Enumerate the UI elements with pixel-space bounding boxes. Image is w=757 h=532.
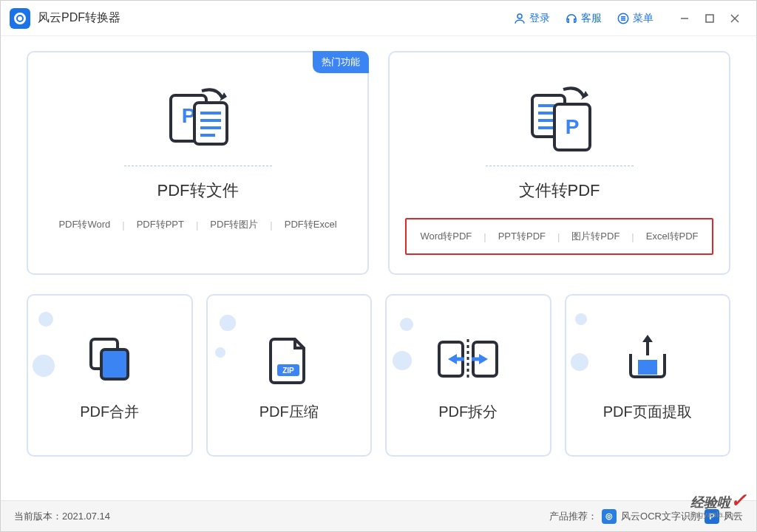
app-window: 风云PDF转换器 登录 客服 菜单 (0, 0, 757, 532)
hot-badge: 热门功能 (313, 51, 369, 73)
divider (486, 166, 634, 166)
menu-button[interactable]: 菜单 (617, 12, 654, 25)
dot-decoration (33, 355, 55, 377)
dot-decoration (400, 318, 413, 331)
minimize-button[interactable] (673, 7, 696, 30)
merge-icon (84, 330, 135, 389)
maximize-button[interactable] (699, 7, 721, 30)
opt-pdf-to-image[interactable]: PDF转图片 (204, 218, 264, 231)
recommend-label: 产品推荐： (549, 510, 597, 523)
split-icon (435, 330, 501, 389)
content-area: 热门功能 P PDF转文件 (1, 36, 756, 500)
window-controls (672, 7, 747, 30)
card-pdf-to-file[interactable]: 热门功能 P PDF转文件 (27, 51, 369, 275)
svg-marker-38 (642, 335, 653, 342)
user-icon (513, 12, 526, 25)
dot-decoration (393, 351, 412, 370)
compress-icon: ZIP (267, 330, 311, 389)
card-title: PDF拆分 (438, 402, 498, 422)
opt-ppt-to-pdf[interactable]: PPT转PDF (492, 230, 551, 243)
svg-text:P: P (565, 115, 579, 138)
menu-label: 菜单 (633, 12, 654, 25)
card-file-to-pdf[interactable]: P 文件转PDF Word转PDF| PPT转PDF| 图片转PDF| Exce… (388, 51, 730, 275)
watermark: 经验啦✓ jingyanla.com (690, 489, 747, 519)
opt-excel-to-pdf[interactable]: Excel转PDF (640, 230, 705, 243)
version-label: 当前版本： (14, 510, 62, 523)
bottom-row: PDF合并 ZIP PDF压缩 (27, 294, 730, 457)
card-title: PDF页面提取 (603, 402, 692, 422)
file-to-pdf-options-highlighted: Word转PDF| PPT转PDF| 图片转PDF| Excel转PDF (405, 218, 713, 255)
titlebar: 风云PDF转换器 登录 客服 菜单 (1, 1, 756, 36)
recommend-ocr[interactable]: 风云OCR文字识别 (621, 510, 700, 523)
svg-point-0 (517, 14, 522, 18)
opt-image-to-pdf[interactable]: 图片转PDF (566, 230, 625, 243)
opt-pdf-to-word[interactable]: PDF转Word (52, 218, 116, 231)
dot-decoration (215, 347, 225, 358)
top-row: 热门功能 P PDF转文件 (27, 51, 730, 275)
opt-word-to-pdf[interactable]: Word转PDF (414, 230, 478, 243)
card-title: 文件转PDF (519, 180, 600, 202)
extract-icon (622, 330, 673, 389)
svg-rect-6 (706, 15, 713, 22)
close-button[interactable] (724, 7, 746, 30)
svg-rect-26 (101, 349, 128, 379)
watermark-url: jingyanla.com (690, 511, 747, 519)
card-pdf-split[interactable]: PDF拆分 (385, 294, 551, 457)
dot-decoration (571, 353, 588, 371)
dot-decoration (575, 313, 587, 325)
file-to-pdf-icon: P (519, 78, 600, 160)
svg-rect-36 (638, 360, 657, 375)
login-button[interactable]: 登录 (513, 12, 550, 25)
app-title: 风云PDF转换器 (38, 10, 120, 26)
version-value: 2021.07.14 (62, 511, 110, 522)
card-title: PDF转文件 (157, 180, 239, 202)
svg-rect-11 (194, 103, 227, 144)
headset-icon (565, 12, 578, 25)
footer: 当前版本： 2021.07.14 产品推荐： ◎ 风云OCR文字识别 P 风云 (1, 500, 756, 531)
card-pdf-compress[interactable]: ZIP PDF压缩 (206, 294, 373, 457)
menu-icon (617, 12, 630, 25)
support-button[interactable]: 客服 (565, 12, 602, 25)
opt-pdf-to-excel[interactable]: PDF转Excel (279, 218, 343, 231)
card-pdf-extract[interactable]: PDF页面提取 (565, 294, 731, 457)
app-logo-icon (10, 8, 30, 29)
dot-decoration (38, 312, 53, 327)
svg-text:ZIP: ZIP (282, 366, 294, 375)
pdf-to-file-icon: P (157, 78, 239, 160)
card-pdf-merge[interactable]: PDF合并 (27, 294, 193, 457)
support-label: 客服 (581, 12, 602, 25)
ocr-badge-icon: ◎ (602, 509, 617, 524)
watermark-brand: 经验啦 (690, 495, 730, 510)
login-label: 登录 (529, 12, 550, 25)
dot-decoration (220, 315, 236, 331)
opt-pdf-to-ppt[interactable]: PDF转PPT (131, 218, 190, 231)
pdf-to-file-options: PDF转Word| PDF转PPT| PDF转图片| PDF转Excel (52, 218, 342, 231)
card-title: PDF合并 (80, 402, 139, 422)
divider (124, 166, 272, 166)
card-title: PDF压缩 (259, 402, 319, 422)
